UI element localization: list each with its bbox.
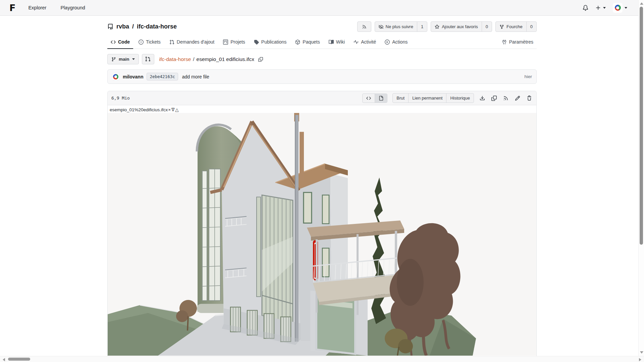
package-icon	[295, 40, 300, 45]
repo-name-link[interactable]: ifc-data-horse	[137, 23, 177, 30]
user-menu-button[interactable]	[611, 2, 629, 14]
stars-count[interactable]: 0	[482, 22, 492, 32]
vertical-scrollbar[interactable]	[638, 0, 644, 356]
tab-releases[interactable]: Publications	[251, 36, 290, 49]
file-header: 6,9 Mio Brut Lien permanent Historique	[108, 91, 536, 105]
plus-icon	[595, 5, 601, 11]
project-icon	[223, 40, 228, 45]
rss-button[interactable]	[357, 21, 371, 32]
caret-down-icon	[603, 7, 606, 9]
source-view-button[interactable]	[363, 94, 375, 103]
commit-author-name[interactable]: milovann	[123, 74, 143, 79]
compare-button[interactable]	[142, 54, 154, 64]
star-label: Ajouter aux favoris	[442, 24, 478, 29]
breadcrumb-separator: /	[193, 56, 194, 62]
repo-icon	[107, 24, 113, 30]
copy-content-button[interactable]	[491, 95, 497, 102]
caret-down-icon	[625, 7, 627, 9]
unwatch-label: Ne plus suivre	[386, 24, 413, 29]
copy-icon	[491, 96, 497, 101]
model-render	[108, 113, 536, 356]
edit-file-button[interactable]	[514, 95, 521, 102]
forks-count[interactable]: 0	[526, 22, 536, 32]
model-viewer: esempio_01%20edificius.ifcx×∇△	[108, 105, 536, 356]
star-button[interactable]: Ajouter aux favoris 0	[431, 21, 492, 32]
file-actions: Brut Lien permanent Historique	[362, 93, 533, 103]
rss-icon	[362, 24, 367, 29]
file-nav: main ifc-data-horse / esempio_01 edifici…	[107, 54, 537, 64]
scroll-up-icon[interactable]	[640, 2, 643, 5]
repo-owner-link[interactable]: rvba	[116, 23, 129, 30]
notifications-button[interactable]	[581, 4, 590, 12]
rss-icon	[503, 96, 508, 101]
horizontal-scrollbar[interactable]	[0, 356, 644, 362]
tab-issues[interactable]: Tickets	[135, 36, 164, 49]
tab-pull-requests[interactable]: Demandes d'ajout	[166, 36, 218, 49]
history-button[interactable]: Historique	[446, 94, 474, 103]
branch-icon	[111, 57, 116, 62]
breadcrumb-repo-link[interactable]: ifc-data-horse	[159, 56, 191, 62]
viewer-nabla-control[interactable]: ∇	[171, 107, 175, 112]
tab-projects[interactable]: Projets	[220, 36, 249, 49]
viewer-triangle-control[interactable]: △	[175, 107, 179, 112]
latest-commit-box: milovann 2ebe42163c add more file hier	[107, 69, 537, 84]
top-navbar: F Explorer Playground	[0, 0, 644, 16]
bell-icon	[583, 5, 588, 11]
branch-name: main	[119, 57, 129, 62]
watchers-count[interactable]: 1	[417, 22, 427, 32]
wiki-icon	[329, 40, 334, 45]
repo-actions: Ne plus suivre 1 Ajouter aux favoris 0 F…	[357, 21, 537, 32]
file-view-box: 6,9 Mio Brut Lien permanent Historique	[107, 91, 537, 357]
unwatch-button[interactable]: Ne plus suivre 1	[375, 21, 428, 32]
horizontal-scrollbar-thumb[interactable]	[8, 358, 30, 361]
breadcrumb: ifc-data-horse / esempio_01 edificius.if…	[159, 56, 263, 62]
release-icon	[254, 40, 259, 45]
file-icon	[379, 96, 383, 101]
repo-title-separator: /	[132, 23, 134, 30]
download-icon	[480, 96, 485, 101]
fork-button[interactable]: Fourche 0	[495, 21, 537, 32]
rss-feed-button[interactable]	[502, 95, 509, 102]
compare-icon	[146, 57, 151, 62]
fork-label: Fourche	[506, 24, 523, 29]
create-new-button[interactable]	[594, 4, 607, 12]
activity-icon	[354, 40, 359, 45]
commit-author-avatar[interactable]	[112, 73, 119, 80]
copy-icon	[258, 57, 263, 62]
copy-path-button[interactable]	[258, 57, 263, 62]
delete-icon	[527, 96, 532, 101]
caret-down-icon	[132, 58, 135, 60]
viewer-file-name: esempio_01%20edificius.ifcx	[110, 107, 168, 112]
settings-icon	[502, 40, 507, 45]
tab-wiki[interactable]: Wiki	[325, 36, 348, 49]
scroll-left-icon[interactable]	[3, 358, 5, 361]
nav-link-explore[interactable]: Explorer	[28, 5, 46, 10]
tab-code[interactable]: Code	[107, 36, 133, 49]
tab-packages[interactable]: Paquets	[292, 36, 323, 49]
nav-link-playground[interactable]: Playground	[60, 5, 85, 10]
permalink-button[interactable]: Lien permanent	[408, 94, 446, 103]
tab-activity[interactable]: Activité	[350, 36, 379, 49]
avatar	[613, 3, 623, 13]
vertical-scrollbar-thumb[interactable]	[640, 7, 643, 245]
rendered-view-button[interactable]	[375, 94, 387, 103]
breadcrumb-file-name: esempio_01 edificius.ifcx	[197, 56, 254, 62]
repo-header: rvba / ifc-data-horse Ne plus suivre 1 A…	[107, 16, 537, 36]
download-button[interactable]	[479, 95, 486, 102]
raw-button[interactable]: Brut	[393, 94, 408, 103]
branch-selector[interactable]: main	[107, 54, 139, 64]
pull-request-icon	[169, 40, 174, 45]
commit-message[interactable]: add more file	[182, 74, 209, 79]
code-icon	[111, 40, 116, 45]
scroll-right-icon[interactable]	[639, 358, 641, 361]
code-icon	[366, 96, 371, 101]
scroll-down-icon[interactable]	[640, 351, 643, 354]
tab-settings[interactable]: Paramètres	[498, 36, 537, 49]
repo-title: rvba / ifc-data-horse	[116, 23, 177, 30]
forgejo-logo[interactable]: F	[9, 3, 15, 12]
tab-actions[interactable]: Actions	[381, 36, 411, 49]
viewer-label: esempio_01%20edificius.ifcx×∇△	[108, 105, 536, 113]
viewer-close-control[interactable]: ×	[168, 107, 171, 112]
commit-sha-badge[interactable]: 2ebe42163c	[147, 73, 178, 80]
delete-file-button[interactable]	[526, 95, 533, 102]
